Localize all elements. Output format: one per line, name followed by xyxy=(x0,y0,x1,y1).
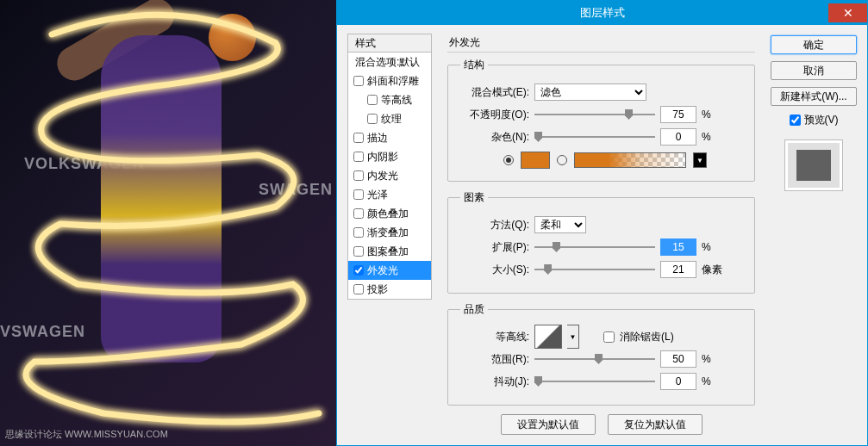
blend-mode-label: 混合模式(E): xyxy=(460,85,529,100)
style-item-1[interactable]: 斜面和浮雕 xyxy=(348,71,431,90)
style-checkbox[interactable] xyxy=(353,265,364,276)
range-label: 范围(R): xyxy=(460,352,529,367)
style-item-label: 内阴影 xyxy=(367,150,398,164)
pct-unit: % xyxy=(702,108,727,121)
style-checkbox[interactable] xyxy=(353,152,364,162)
noise-input[interactable] xyxy=(660,128,696,146)
style-item-label: 外发光 xyxy=(367,263,398,278)
gradient-radio[interactable] xyxy=(557,155,567,165)
antialias-checkbox[interactable] xyxy=(603,331,615,343)
style-item-label: 颜色叠加 xyxy=(367,207,409,221)
settings-column: 外发光 结构 混合模式(E): 滤色 不透明度(O): % 杂色(N): xyxy=(440,34,762,437)
basketball xyxy=(209,14,256,61)
player-body xyxy=(101,35,222,362)
antialias-label: 消除锯齿(L) xyxy=(620,330,674,344)
size-input[interactable] xyxy=(660,261,696,278)
range-input[interactable] xyxy=(660,350,696,368)
spread-label: 扩展(P): xyxy=(460,240,529,255)
quality-group: 品质 等高线: ▼ 消除锯齿(L) 范围(R): % 抖动(J): xyxy=(447,302,755,406)
style-checkbox[interactable] xyxy=(353,227,364,238)
color-radio[interactable] xyxy=(503,155,514,165)
style-item-label: 混合选项:默认 xyxy=(355,55,420,70)
structure-group: 结构 混合模式(E): 滤色 不透明度(O): % 杂色(N): % xyxy=(447,58,755,182)
opacity-label: 不透明度(O): xyxy=(460,108,529,122)
style-item-10[interactable]: 图案叠加 xyxy=(348,242,431,261)
style-item-2[interactable]: 等高线 xyxy=(348,90,431,109)
contour-picker[interactable] xyxy=(534,325,562,349)
settings-title: 外发光 xyxy=(447,34,755,53)
style-item-label: 图案叠加 xyxy=(367,245,409,259)
style-item-label: 渐变叠加 xyxy=(367,226,409,240)
contour-dropdown-icon[interactable]: ▼ xyxy=(567,325,579,349)
range-slider[interactable] xyxy=(534,351,655,367)
blend-mode-select[interactable]: 滤色 xyxy=(534,84,646,101)
spread-input[interactable] xyxy=(660,238,696,256)
style-item-9[interactable]: 渐变叠加 xyxy=(348,223,431,242)
action-column: 确定 取消 新建样式(W)... 预览(V) xyxy=(771,34,857,437)
color-swatch[interactable] xyxy=(521,152,550,169)
noise-label: 杂色(N): xyxy=(460,130,529,145)
styles-list: 混合选项:默认斜面和浮雕等高线纹理描边内阴影内发光光泽颜色叠加渐变叠加图案叠加外… xyxy=(347,53,432,300)
close-button[interactable]: ✕ xyxy=(828,3,867,22)
opacity-slider[interactable] xyxy=(534,107,655,122)
styles-column: 样式 混合选项:默认斜面和浮雕等高线纹理描边内阴影内发光光泽颜色叠加渐变叠加图案… xyxy=(347,34,432,437)
layer-style-dialog: 图层样式 ✕ 样式 混合选项:默认斜面和浮雕等高线纹理描边内阴影内发光光泽颜色叠… xyxy=(336,0,868,446)
pct-unit: % xyxy=(702,131,727,143)
size-slider[interactable] xyxy=(534,262,655,277)
reset-default-button[interactable]: 复位为默认值 xyxy=(608,414,703,435)
contour-label: 等高线: xyxy=(460,330,529,344)
style-item-11[interactable]: 外发光 xyxy=(348,261,431,280)
pct-unit: % xyxy=(702,353,727,365)
quality-legend: 品质 xyxy=(460,302,488,317)
px-unit: 像素 xyxy=(702,263,727,277)
watermark: 思缘设计论坛 WWW.MISSYUAN.COM xyxy=(5,428,168,441)
make-default-button[interactable]: 设置为默认值 xyxy=(501,414,596,435)
spread-slider[interactable] xyxy=(534,239,655,255)
preview-checkbox[interactable] xyxy=(790,115,801,126)
style-item-4[interactable]: 描边 xyxy=(348,128,431,147)
noise-slider[interactable] xyxy=(534,129,655,145)
style-item-3[interactable]: 纹理 xyxy=(348,109,431,128)
style-item-label: 等高线 xyxy=(381,93,412,108)
style-item-label: 内发光 xyxy=(367,169,398,183)
opacity-input[interactable] xyxy=(660,106,696,123)
style-checkbox[interactable] xyxy=(353,284,364,294)
style-checkbox[interactable] xyxy=(367,95,378,105)
dialog-title: 图层样式 xyxy=(580,5,625,21)
style-item-label: 光泽 xyxy=(367,188,388,202)
new-style-button[interactable]: 新建样式(W)... xyxy=(771,87,857,106)
style-checkbox[interactable] xyxy=(353,133,364,143)
technique-select[interactable]: 柔和 xyxy=(534,216,586,233)
style-item-0[interactable]: 混合选项:默认 xyxy=(348,53,431,71)
jitter-label: 抖动(J): xyxy=(460,375,529,389)
style-item-8[interactable]: 颜色叠加 xyxy=(348,204,431,223)
titlebar[interactable]: 图层样式 ✕ xyxy=(337,1,867,25)
style-checkbox[interactable] xyxy=(353,170,364,181)
ok-button[interactable]: 确定 xyxy=(771,35,857,54)
style-item-6[interactable]: 内发光 xyxy=(348,166,431,185)
style-item-label: 纹理 xyxy=(381,112,402,127)
elements-legend: 图素 xyxy=(460,190,488,205)
style-checkbox[interactable] xyxy=(353,246,364,257)
gradient-picker[interactable] xyxy=(574,152,686,168)
style-item-label: 描边 xyxy=(367,131,388,146)
arena-text: VSWAGEN xyxy=(0,323,85,341)
style-checkbox[interactable] xyxy=(353,189,364,200)
canvas-preview: VOLKSWAGEN SWAGEN VSWAGEN 思缘设计论坛 WWW.MIS… xyxy=(0,0,336,446)
style-item-7[interactable]: 光泽 xyxy=(348,185,431,204)
technique-label: 方法(Q): xyxy=(460,218,529,232)
size-label: 大小(S): xyxy=(460,263,529,277)
style-item-5[interactable]: 内阴影 xyxy=(348,147,431,166)
style-checkbox[interactable] xyxy=(367,114,378,124)
cancel-button[interactable]: 取消 xyxy=(771,61,857,80)
preview-thumbnail xyxy=(784,139,843,191)
style-checkbox[interactable] xyxy=(353,208,364,219)
style-checkbox[interactable] xyxy=(353,76,364,86)
jitter-slider[interactable] xyxy=(534,374,655,389)
pct-unit: % xyxy=(702,241,727,253)
styles-header[interactable]: 样式 xyxy=(347,34,432,53)
gradient-dropdown-icon[interactable]: ▼ xyxy=(693,152,707,168)
arena-text: SWAGEN xyxy=(259,181,333,199)
jitter-input[interactable] xyxy=(660,373,696,390)
style-item-12[interactable]: 投影 xyxy=(348,280,431,299)
